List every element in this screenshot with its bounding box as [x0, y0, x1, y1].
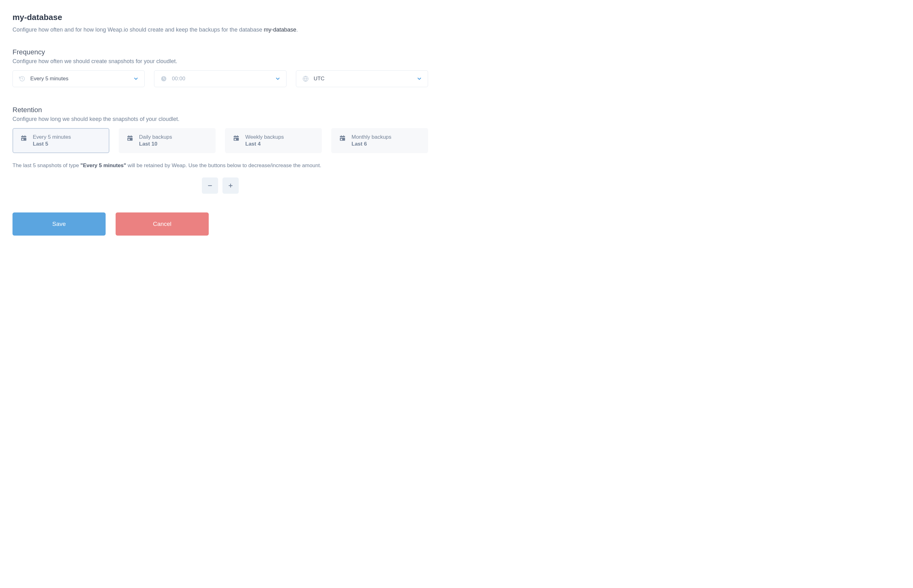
page-description: Configure how often and for how long Wea…	[13, 27, 428, 33]
svg-rect-17	[235, 139, 236, 140]
svg-rect-16	[237, 135, 238, 137]
svg-rect-7	[22, 139, 24, 140]
svg-rect-8	[128, 136, 133, 137]
retention-stepper	[13, 178, 428, 194]
history-icon	[18, 75, 26, 82]
retention-card-title: Daily backups	[139, 134, 172, 140]
svg-rect-10	[128, 135, 129, 137]
retention-description: Configure how long we should keep the sn…	[13, 116, 428, 123]
retention-card-title: Monthly backups	[352, 134, 391, 140]
svg-rect-3	[21, 136, 27, 137]
svg-rect-11	[131, 135, 131, 137]
svg-rect-21	[343, 135, 344, 137]
retention-title: Retention	[13, 106, 428, 114]
calendar-icon	[20, 135, 27, 142]
plus-icon	[228, 183, 233, 188]
chevron-down-icon	[417, 76, 422, 82]
retention-card-sub: Last 5	[33, 141, 71, 147]
svg-rect-4	[21, 138, 27, 141]
svg-rect-9	[128, 138, 133, 141]
retention-card-title: Every 5 minutes	[33, 134, 71, 140]
frequency-timezone-select[interactable]: UTC	[296, 70, 428, 87]
svg-rect-5	[22, 135, 23, 137]
page-description-text: Configure how often and for how long Wea…	[13, 27, 264, 33]
frequency-row: Every 5 minutes 00:00	[13, 70, 428, 87]
frequency-timezone-value: UTC	[314, 76, 325, 82]
retention-card-sub: Last 4	[245, 141, 284, 147]
retention-card-sub: Last 6	[352, 141, 391, 147]
cancel-button[interactable]: Cancel	[116, 212, 209, 236]
svg-rect-12	[128, 139, 130, 140]
frequency-description: Configure how often we should create sna…	[13, 58, 428, 65]
frequency-interval-select[interactable]: Every 5 minutes	[13, 70, 145, 87]
frequency-time-select[interactable]: 00:00	[154, 70, 286, 87]
svg-rect-6	[25, 135, 25, 137]
svg-rect-18	[340, 136, 345, 137]
retention-info: The last 5 snapshots of type "Every 5 mi…	[13, 163, 428, 169]
retention-info-suffix: will be retained by Weap. Use the button…	[126, 163, 321, 168]
frequency-interval-value: Every 5 minutes	[30, 76, 68, 82]
calendar-icon	[233, 135, 240, 142]
retention-card-sub: Last 10	[139, 141, 172, 147]
page-description-strong: my-database	[264, 27, 296, 33]
decrease-button[interactable]	[202, 178, 218, 194]
retention-card-title: Weekly backups	[245, 134, 284, 140]
increase-button[interactable]	[223, 178, 239, 194]
retention-card-daily[interactable]: Daily backups Last 10	[119, 128, 216, 153]
retention-info-prefix: The last 5 snapshots of type	[13, 163, 80, 168]
clock-icon	[160, 75, 168, 82]
svg-rect-13	[234, 136, 239, 137]
svg-rect-22	[341, 139, 343, 140]
calendar-icon	[126, 135, 133, 142]
globe-icon	[302, 75, 309, 82]
action-buttons: Save Cancel	[13, 212, 428, 236]
page-description-suffix: .	[296, 27, 298, 33]
retention-card-every-5-minutes[interactable]: Every 5 minutes Last 5	[13, 128, 109, 153]
chevron-down-icon	[275, 76, 281, 82]
svg-rect-19	[340, 138, 345, 141]
retention-card-monthly[interactable]: Monthly backups Last 6	[331, 128, 428, 153]
chevron-down-icon	[133, 76, 139, 82]
retention-card-weekly[interactable]: Weekly backups Last 4	[225, 128, 322, 153]
svg-rect-14	[234, 138, 239, 141]
calendar-icon	[339, 135, 346, 142]
retention-info-strong: "Every 5 minutes"	[80, 163, 126, 168]
svg-rect-20	[341, 135, 341, 137]
page-title: my-database	[13, 13, 428, 22]
frequency-title: Frequency	[13, 48, 428, 56]
retention-cards: Every 5 minutes Last 5 Daily backups Las…	[13, 128, 428, 153]
svg-rect-15	[235, 135, 235, 137]
minus-icon	[207, 183, 213, 188]
save-button[interactable]: Save	[13, 212, 106, 236]
frequency-time-value: 00:00	[172, 76, 185, 82]
